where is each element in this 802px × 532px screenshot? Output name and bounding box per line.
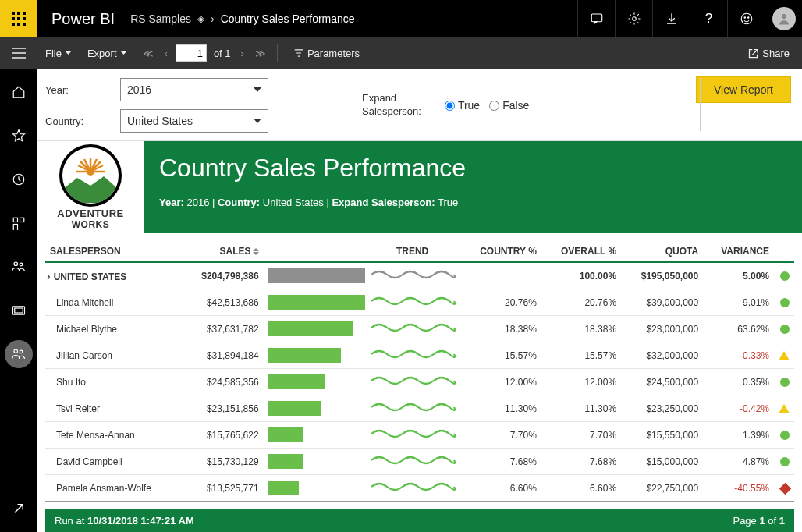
total-row: TOTAL $204,798,386 $195,050,000 5.00%	[45, 502, 794, 505]
svg-rect-19	[13, 218, 17, 222]
col-sales[interactable]: SALES	[182, 233, 264, 262]
expand-false-radio[interactable]: False	[489, 99, 529, 112]
chat-icon[interactable]	[577, 0, 615, 37]
indicator-icon	[780, 378, 790, 387]
svg-rect-9	[591, 14, 602, 22]
col-country-pct[interactable]: COUNTRY %	[460, 233, 541, 262]
table-row[interactable]: Tete Mensa-Annan$15,765,6227.70%7.70%$15…	[45, 422, 794, 449]
col-trend[interactable]: TREND	[365, 233, 460, 262]
table-row[interactable]: Michael Blythe$37,631,78218.38%18.38%$23…	[45, 316, 794, 342]
svg-rect-5	[23, 17, 26, 20]
view-report-button[interactable]: View Report	[696, 76, 791, 103]
report-subtitle: Year: 2016 | Country: United States | Ex…	[159, 197, 786, 208]
svg-rect-3	[12, 17, 15, 20]
indicator-icon	[779, 404, 790, 413]
table-row[interactable]: Pamela Ansman-Wolfe$13,525,7716.60%6.60%…	[45, 475, 794, 502]
nav-favorites-icon[interactable]	[5, 122, 33, 150]
help-icon[interactable]: ?	[690, 0, 727, 37]
svg-rect-0	[12, 12, 15, 15]
svg-point-11	[741, 13, 752, 24]
breadcrumb: RS Samples ◈ › Country Sales Performance	[130, 12, 354, 25]
page-total-label: of 1	[214, 48, 231, 59]
indicator-icon	[780, 298, 790, 307]
file-menu[interactable]: File	[37, 48, 80, 59]
indicator-icon	[780, 325, 790, 334]
svg-point-26	[14, 349, 18, 353]
indicator-icon	[779, 483, 792, 495]
table-row[interactable]: Linda Mitchell$42,513,68620.76%20.76%$39…	[45, 289, 794, 316]
parameters-button[interactable]: Parameters	[286, 48, 367, 59]
breadcrumb-chevron-icon: ›	[211, 12, 215, 25]
svg-point-37	[87, 168, 94, 176]
share-button[interactable]: Share	[735, 48, 802, 59]
nav-recent-icon[interactable]	[5, 165, 33, 193]
indicator-icon	[780, 271, 790, 281]
table-row[interactable]: David Campbell$15,730,1297.68%7.68%$15,0…	[45, 449, 794, 475]
breadcrumb-workspace[interactable]: RS Samples	[130, 12, 191, 25]
account-button[interactable]	[765, 0, 802, 37]
nav-home-icon[interactable]	[5, 78, 33, 106]
country-label: Country:	[45, 115, 115, 127]
col-indicator	[774, 233, 794, 262]
svg-rect-4	[17, 17, 20, 20]
col-bar	[264, 233, 365, 262]
nav-workspaces-icon[interactable]	[5, 296, 33, 325]
svg-rect-6	[12, 23, 15, 26]
col-quota[interactable]: QUOTA	[621, 233, 703, 262]
year-select[interactable]: 2016	[120, 78, 268, 101]
chevron-down-icon	[254, 87, 261, 92]
last-page-button[interactable]: ≫	[252, 48, 269, 59]
page-input[interactable]	[176, 44, 207, 62]
sales-table: SALESPERSON SALES TREND COUNTRY % OVERAL…	[45, 233, 794, 505]
table-row[interactable]: Tsvi Reiter$23,151,85611.30%11.30%$23,25…	[45, 395, 794, 422]
col-variance[interactable]: VARIANCE	[703, 233, 774, 262]
prev-page-button[interactable]: ‹	[161, 48, 171, 59]
svg-rect-8	[23, 23, 26, 26]
report-footer: Run at 10/31/2018 1:47:21 AM Page 1 of 1	[45, 509, 794, 532]
left-nav	[0, 69, 37, 532]
svg-rect-21	[13, 225, 17, 231]
download-icon[interactable]	[652, 0, 690, 37]
nav-get-data-icon[interactable]	[5, 495, 33, 523]
menu-toggle-icon[interactable]	[0, 48, 37, 59]
first-page-button[interactable]: ≪	[140, 48, 157, 59]
indicator-icon	[779, 351, 790, 360]
global-header: Power BI RS Samples ◈ › Country Sales Pe…	[0, 0, 802, 37]
svg-rect-1	[17, 12, 20, 15]
svg-rect-7	[17, 23, 20, 26]
svg-point-12	[744, 17, 746, 19]
brand-label: Power BI	[51, 10, 115, 28]
table-row[interactable]: UNITED STATES$204,798,386100.00%$195,050…	[45, 262, 794, 289]
indicator-icon	[780, 457, 790, 466]
chevron-down-icon	[254, 119, 261, 123]
svg-rect-25	[15, 308, 23, 313]
svg-point-13	[747, 17, 749, 19]
next-page-button[interactable]: ›	[238, 48, 247, 59]
expand-true-radio[interactable]: True	[445, 99, 480, 112]
nav-shared-icon[interactable]	[5, 253, 33, 281]
indicator-icon	[780, 431, 790, 440]
export-menu[interactable]: Export	[80, 48, 135, 59]
year-label: Year:	[45, 84, 115, 96]
settings-icon[interactable]	[615, 0, 652, 37]
breadcrumb-report[interactable]: Country Sales Performance	[221, 12, 355, 25]
col-salesperson[interactable]: SALESPERSON	[45, 233, 182, 262]
svg-point-10	[632, 17, 636, 21]
nav-my-workspace-icon[interactable]	[5, 340, 33, 368]
app-launcher-button[interactable]	[0, 0, 37, 37]
svg-point-23	[20, 263, 23, 266]
report-toolbar: File Export ≪ ‹ of 1 › ≫ Parameters Shar…	[0, 37, 802, 69]
premium-icon: ◈	[197, 13, 204, 24]
col-overall-pct[interactable]: OVERALL %	[541, 233, 621, 262]
svg-rect-2	[23, 12, 26, 15]
report-title: Country Sales Performance	[159, 154, 786, 183]
company-logo: ADVENTUREWORKS	[37, 141, 144, 233]
nav-apps-icon[interactable]	[5, 209, 33, 237]
svg-point-22	[14, 262, 18, 266]
expand-salesperson-label: ExpandSalesperson:	[362, 92, 421, 119]
table-row[interactable]: Shu Ito$24,585,35612.00%12.00%$24,500,00…	[45, 369, 794, 395]
feedback-icon[interactable]	[727, 0, 765, 37]
country-select[interactable]: United States	[120, 109, 268, 133]
svg-point-27	[20, 350, 23, 353]
table-row[interactable]: Jillian Carson$31,894,18415.57%15.57%$32…	[45, 342, 794, 369]
